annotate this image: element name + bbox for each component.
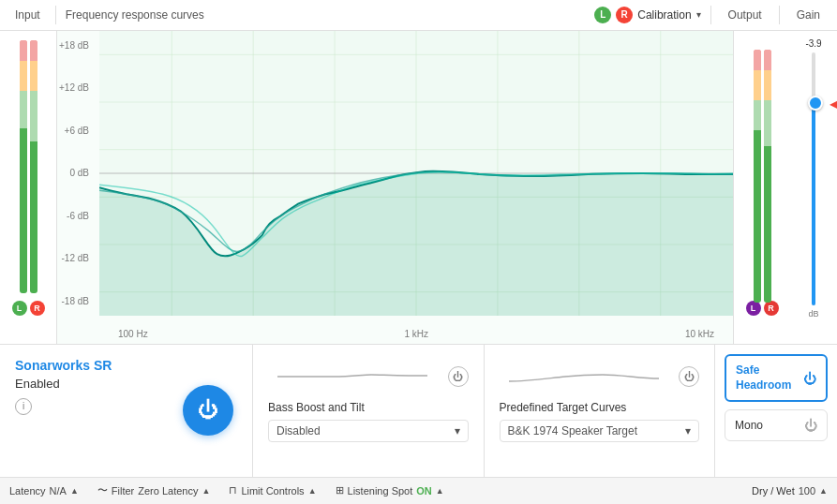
gain-tab[interactable]: Gain — [789, 8, 828, 22]
divider — [55, 6, 56, 24]
filter-select[interactable]: Disabled ▾ — [268, 420, 469, 442]
filter-title: Bass Boost and Tilt — [268, 401, 469, 414]
mono-button[interactable]: Mono ⏻ — [725, 409, 828, 441]
latency-control[interactable]: Latency N/A ▲ — [9, 485, 79, 497]
gain-arrow-icon: ◀ — [830, 97, 837, 111]
latency-value: N/A — [50, 485, 67, 497]
chart-title: Frequency response curves — [66, 8, 586, 22]
bottom-panels: Sonarworks SR Enabled i ⏻ ⏻ Bass — [0, 344, 837, 477]
info-icon[interactable]: i — [15, 398, 32, 415]
vu-left-badge-l: L — [12, 301, 27, 316]
target-curve-preview — [500, 358, 668, 395]
listening-control[interactable]: ⊞ Listening Spot ON ▲ — [336, 484, 444, 497]
mono-power-icon: ⏻ — [804, 418, 817, 433]
y-label-6p: +6 dB — [59, 126, 93, 136]
calibration-group: L R Calibration ▾ — [594, 7, 700, 23]
listening-label: Listening Spot — [348, 485, 413, 497]
chart-svg — [99, 31, 733, 316]
dry-wet-label: Dry / Wet — [752, 485, 795, 497]
vu-bar-left-l — [20, 40, 27, 293]
gain-thumb[interactable]: ◀ — [808, 96, 823, 111]
right-controls: Safe Headroom ⏻ Mono ⏻ — [715, 345, 837, 477]
input-tab[interactable]: Input — [9, 7, 46, 23]
top-bar: Input Frequency response curves L R Cali… — [0, 0, 837, 31]
badge-r: R — [616, 7, 633, 23]
listening-value: ON — [416, 485, 432, 497]
main-area: L R +18 dB +12 dB +6 dB 0 dB -6 dB -12 d… — [0, 31, 837, 344]
calibration-chevron-icon[interactable]: ▾ — [696, 9, 701, 20]
listening-chevron-icon: ▲ — [436, 486, 444, 496]
y-label-12n: -12 dB — [59, 253, 93, 263]
chart-y-labels: +18 dB +12 dB +6 dB 0 dB -6 dB -12 dB -1… — [59, 31, 93, 316]
gain-panel: -3.9 ◀ dB — [790, 31, 837, 344]
calibration-label[interactable]: Calibration — [637, 8, 691, 22]
filter-status-value: Zero Latency — [138, 485, 198, 497]
gain-db-label: dB — [808, 309, 818, 319]
vu-right-badges: L R — [746, 301, 779, 316]
limit-icon: ⊓ — [229, 484, 237, 497]
y-label-6n: -6 dB — [59, 211, 93, 221]
dry-wet-control[interactable]: Dry / Wet 100 ▲ — [752, 485, 828, 497]
safe-headroom-label: Safe Headroom — [736, 363, 791, 393]
y-label-12p: +12 dB — [59, 82, 93, 93]
target-value: B&K 1974 Speaker Target — [508, 424, 638, 437]
x-label-10khz: 10 kHz — [685, 329, 714, 339]
x-label-100hz: 100 Hz — [118, 329, 148, 339]
limit-label: Limit Controls — [241, 485, 304, 497]
vu-left-badge-r: R — [30, 301, 45, 316]
filter-preview-svg — [268, 358, 437, 395]
target-header: ⏻ — [500, 358, 700, 395]
dry-wet-value: 100 — [799, 485, 815, 497]
filter-panel: ⏻ Bass Boost and Tilt Disabled ▾ — [253, 345, 485, 477]
target-chevron-icon: ▾ — [685, 424, 691, 437]
vu-left-badges: L R — [12, 301, 45, 316]
filter-control[interactable]: 〜 Filter Zero Latency ▲ — [97, 483, 211, 497]
limit-control[interactable]: ⊓ Limit Controls ▲ — [229, 484, 316, 497]
latency-label: Latency — [9, 485, 46, 497]
divider2 — [710, 6, 711, 24]
sonarworks-panel: Sonarworks SR Enabled i ⏻ — [0, 345, 253, 477]
filter-power-button[interactable]: ⏻ — [448, 366, 469, 387]
vu-left-panel: L R — [0, 31, 56, 344]
target-preview-svg — [500, 358, 668, 395]
vu-right-panel: L R — [734, 31, 790, 344]
vu-bar-right-r — [764, 50, 771, 303]
limit-chevron-icon: ▲ — [308, 486, 317, 496]
dry-wet-chevron-icon: ▲ — [819, 486, 828, 496]
target-title: Predefined Target Curves — [500, 401, 700, 414]
output-tab[interactable]: Output — [721, 8, 770, 22]
power-icon: ⏻ — [198, 398, 218, 422]
filter-chevron-icon: ▲ — [202, 486, 210, 496]
gain-track[interactable]: ◀ — [812, 52, 815, 305]
filter-header: ⏻ — [268, 358, 469, 395]
badge-l: L — [594, 7, 611, 23]
vu-right-badge-l: L — [746, 301, 761, 316]
y-label-0: 0 dB — [59, 168, 93, 178]
y-label-18p: +18 dB — [59, 40, 93, 51]
filter-curve-preview — [268, 358, 437, 395]
safe-headroom-power-icon: ⏻ — [803, 371, 816, 386]
latency-chevron-icon: ▲ — [70, 486, 79, 496]
y-label-18n: -18 dB — [59, 296, 93, 306]
filter-chevron-icon: ▾ — [455, 424, 460, 437]
status-bar: Latency N/A ▲ 〜 Filter Zero Latency ▲ ⊓ … — [0, 477, 837, 504]
vu-right-badge-r: R — [764, 301, 779, 316]
sonarworks-title: Sonarworks SR — [15, 358, 237, 373]
filter-status-label: Filter — [112, 485, 134, 497]
listening-icon: ⊞ — [336, 484, 344, 497]
filter-power-icon: ⏻ — [453, 371, 463, 382]
vu-bar-right-l — [754, 50, 761, 303]
target-power-icon: ⏻ — [684, 371, 695, 382]
target-power-button[interactable]: ⏻ — [679, 366, 699, 387]
divider3 — [779, 6, 780, 24]
chart-x-labels: 100 Hz 1 kHz 10 kHz — [99, 329, 733, 339]
filter-value: Disabled — [277, 424, 321, 437]
sonarworks-power-button[interactable]: ⏻ — [183, 385, 233, 436]
safe-headroom-button[interactable]: Safe Headroom ⏻ — [725, 354, 828, 402]
target-select[interactable]: B&K 1974 Speaker Target ▾ — [500, 420, 700, 442]
gain-value: -3.9 — [805, 38, 821, 49]
chart-area: +18 dB +12 dB +6 dB 0 dB -6 dB -12 dB -1… — [56, 31, 734, 344]
mono-label: Mono — [735, 419, 763, 432]
filter-wave-icon: 〜 — [97, 483, 108, 497]
vu-bar-left-r — [30, 40, 37, 293]
